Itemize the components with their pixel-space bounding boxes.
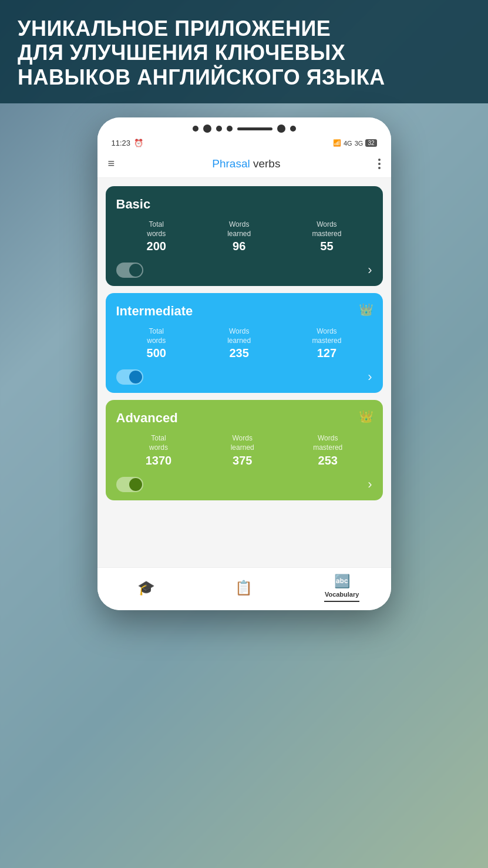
stat-words-mastered-label-advanced: Wordsmastered [313,434,342,452]
content-area: Basic Totalwords 200 Wordslearned 96 Wor… [97,178,391,509]
dot-1 [193,126,198,132]
status-left: 11:23 ⏰ [112,139,144,147]
toggle-basic[interactable] [116,263,143,278]
empty-content-area [97,509,391,567]
more-dot-3 [378,167,381,169]
more-dot-2 [378,163,381,165]
status-right: 📶 4G 3G 32 [333,139,377,147]
card-intermediate-stats: Totalwords 500 Wordslearned 235 Wordsmas… [116,327,372,360]
stat-words-mastered-basic: Wordsmastered 55 [312,220,341,253]
alarm-icon: ⏰ [134,139,143,147]
signal-4g: 4G [344,140,352,147]
stat-words-mastered-label-basic: Wordsmastered [312,220,341,238]
card-basic-footer: › [116,263,372,278]
card-advanced-title: Advanced [116,411,372,426]
stat-words-mastered-value-advanced: 253 [313,454,342,467]
stat-words-mastered-value-basic: 55 [312,240,341,253]
stat-total-words-label-basic: Totalwords [147,220,166,238]
card-basic-stats: Totalwords 200 Wordslearned 96 Wordsmast… [116,220,372,253]
chevron-advanced[interactable]: › [368,477,372,492]
crown-icon-intermediate: 👑 [359,302,373,317]
menu-icon[interactable]: ≡ [108,157,115,170]
time-display: 11:23 [112,139,131,147]
nav-item-quiz[interactable]: 📋 [220,580,267,596]
toggle-knob-basic [129,264,142,277]
quiz-icon: 📋 [235,580,253,596]
dot-5 [277,125,285,133]
status-bar: 11:23 ⏰ 📶 4G 3G 32 [109,137,379,152]
more-dot-1 [378,159,381,161]
stat-total-words-label-advanced: Totalwords [146,434,172,452]
toggle-intermediate[interactable] [116,369,143,385]
app-title: Phrasal verbs [212,157,280,170]
phone-screen: 11:23 ⏰ 📶 4G 3G 32 ≡ Phrasal verbs [97,117,391,610]
dot-6 [290,126,296,132]
stat-words-learned-label-basic: Wordslearned [227,220,251,238]
stat-words-learned-basic: Wordslearned 96 [227,220,251,253]
crown-icon-advanced: 👑 [359,409,373,423]
more-options-button[interactable] [378,159,381,169]
stat-total-words-label-intermediate: Totalwords [147,327,166,345]
app-bar: ≡ Phrasal verbs [97,152,391,178]
toggle-knob-advanced [129,478,142,491]
stat-total-words-value-advanced: 1370 [146,454,172,467]
stat-words-learned-value-basic: 96 [227,240,251,253]
nav-item-vocabulary[interactable]: 🔤 Vocabulary [318,574,365,602]
chevron-basic[interactable]: › [368,263,372,278]
bottom-nav: 🎓 📋 🔤 Vocabulary [97,567,391,610]
signal-3g: 3G [355,140,364,147]
app-title-colored: Phrasal [212,157,250,170]
stat-words-learned-advanced: Wordslearned 375 [231,434,254,467]
app-title-plain: verbs [250,157,281,170]
dot-2 [203,125,211,133]
dot-bar [237,127,272,130]
stat-words-mastered-value-intermediate: 127 [312,346,341,360]
header-title: УНИКАЛЬНОЕ ПРИЛОЖЕНИЕ ДЛЯ УЛУЧШЕНИЯ КЛЮЧ… [18,16,470,89]
stat-words-mastered-advanced: Wordsmastered 253 [313,434,342,467]
stat-words-mastered-label-intermediate: Wordsmastered [312,327,341,345]
stat-words-learned-value-intermediate: 235 [227,346,251,360]
vocabulary-label: Vocabulary [325,591,359,598]
vocabulary-icon: 🔤 [334,574,350,589]
dot-3 [216,126,222,132]
stat-words-learned-value-advanced: 375 [231,454,254,467]
phone-mockup: 11:23 ⏰ 📶 4G 3G 32 ≡ Phrasal verbs [97,117,391,610]
stat-words-learned-label-advanced: Wordslearned [231,434,254,452]
card-advanced-stats: Totalwords 1370 Wordslearned 375 Wordsma… [116,434,372,467]
status-bar-area: 11:23 ⏰ 📶 4G 3G 32 [97,117,391,152]
wifi-icon: 📶 [333,139,341,147]
card-basic-title: Basic [116,197,372,212]
nav-active-indicator [324,601,359,602]
nav-item-learn[interactable]: 🎓 [123,580,170,596]
card-advanced[interactable]: 👑 Advanced Totalwords 1370 Wordslearned … [106,400,383,500]
stat-words-learned-intermediate: Wordslearned 235 [227,327,251,360]
card-intermediate-footer: › [116,369,372,385]
stat-total-words-basic: Totalwords 200 [147,220,166,253]
stat-words-mastered-intermediate: Wordsmastered 127 [312,327,341,360]
header-banner: УНИКАЛЬНОЕ ПРИЛОЖЕНИЕ ДЛЯ УЛУЧШЕНИЯ КЛЮЧ… [0,0,488,103]
toggle-advanced[interactable] [116,477,143,492]
stat-total-words-intermediate: Totalwords 500 [147,327,166,360]
dots-row [109,125,379,133]
stat-total-words-advanced: Totalwords 1370 [146,434,172,467]
stat-total-words-value-intermediate: 500 [147,346,166,360]
card-advanced-footer: › [116,477,372,492]
stat-words-learned-label-intermediate: Wordslearned [227,327,251,345]
dot-4 [227,126,233,132]
battery-badge: 32 [365,139,376,147]
card-intermediate[interactable]: 👑 Intermediate Totalwords 500 Wordslearn… [106,293,383,393]
chevron-intermediate[interactable]: › [368,369,372,385]
toggle-knob-intermediate [129,371,142,383]
stat-total-words-value-basic: 200 [147,240,166,253]
card-intermediate-title: Intermediate [116,304,372,319]
learn-icon: 🎓 [137,580,155,596]
card-basic[interactable]: Basic Totalwords 200 Wordslearned 96 Wor… [106,186,383,286]
